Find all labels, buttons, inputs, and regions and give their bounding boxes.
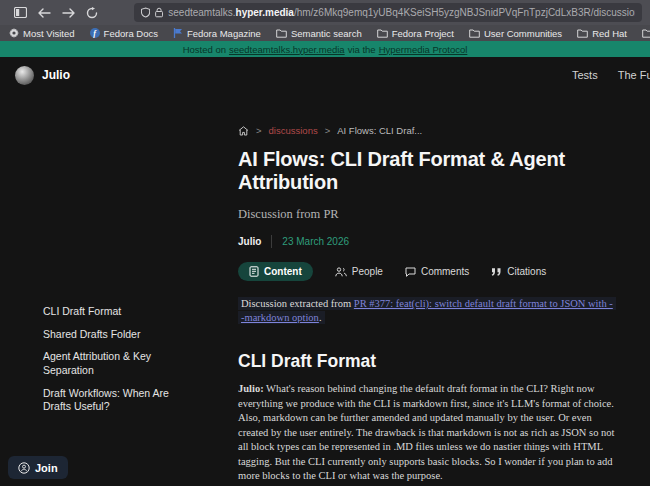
breadcrumb-current: AI Flows: CLI Draf... xyxy=(337,125,422,136)
bookmark-free-content[interactable]: Free Content xyxy=(642,28,650,39)
folder-icon xyxy=(642,29,650,38)
bookmark-label: Semantic search xyxy=(291,28,362,39)
nav-item-the-future[interactable]: The Futu xyxy=(618,69,650,81)
folder-icon xyxy=(377,29,388,38)
home-icon[interactable] xyxy=(238,126,249,136)
site-nav: Tests The Futu xyxy=(572,57,650,93)
bookmarks-bar: Most Visited f Fedora Docs Fedora Magazi… xyxy=(0,25,650,41)
banner-protocol-link[interactable]: Hypermedia Protocol xyxy=(379,44,468,55)
outline-sidebar: CLI Draft Format Shared Drafts Folder Ag… xyxy=(43,305,185,423)
tab-citations[interactable]: Citations xyxy=(491,266,546,277)
join-button[interactable]: Join xyxy=(8,456,68,479)
join-person-icon xyxy=(18,462,30,474)
browser-toolbar: seedteamtalks.hyper.media/hm/z6Mkq9emq1y… xyxy=(0,0,650,25)
folder-icon xyxy=(469,29,480,38)
outline-item-draft-workflows[interactable]: Draft Workflows: When Are Drafts Useful? xyxy=(43,387,185,414)
bookmark-label: Fedora Docs xyxy=(104,28,158,39)
outline-item-shared-drafts-folder[interactable]: Shared Drafts Folder xyxy=(43,328,185,342)
article: > discussions > AI Flows: CLI Draf... AI… xyxy=(238,93,616,484)
bookmark-fedora-project[interactable]: Fedora Project xyxy=(377,28,454,39)
bookmark-label: User Communities xyxy=(484,28,562,39)
section-heading: CLI Draft Format xyxy=(238,351,616,372)
body-author: Julio: xyxy=(238,383,264,394)
flag-icon xyxy=(173,28,183,38)
lock-icon[interactable] xyxy=(155,7,163,18)
bookmark-label: Red Hat xyxy=(592,28,627,39)
tab-comments[interactable]: Comments xyxy=(405,266,469,277)
intro-paragraph: Discussion extracted from PR #377: feat(… xyxy=(238,297,616,325)
bookmark-semantic-search[interactable]: Semantic search xyxy=(276,28,362,39)
citations-icon xyxy=(491,267,502,276)
bookmark-label: Most Visited xyxy=(23,28,75,39)
bookmark-label: Fedora Magazine xyxy=(187,28,261,39)
outline-item-agent-attribution[interactable]: Agent Attribution & Key Separation xyxy=(43,350,185,377)
people-icon xyxy=(335,267,347,277)
gear-icon xyxy=(9,28,19,38)
url-text: seedteamtalks.hyper.media/hm/z6Mkq9emq1y… xyxy=(168,7,635,18)
nav-item-tests[interactable]: Tests xyxy=(572,69,598,81)
outline-item-cli-draft-format[interactable]: CLI Draft Format xyxy=(43,305,185,319)
banner-middle: via the xyxy=(348,44,376,55)
breadcrumb-discussions[interactable]: discussions xyxy=(269,125,318,136)
bookmark-red-hat[interactable]: Red Hat xyxy=(577,28,627,39)
byline: Julio 23 March 2026 xyxy=(238,235,616,248)
site-name[interactable]: Julio xyxy=(42,68,70,82)
tab-people[interactable]: People xyxy=(335,266,383,277)
back-icon[interactable] xyxy=(32,3,56,23)
banner-site-link[interactable]: seedteamtalks.hyper.media xyxy=(229,44,345,55)
bookmark-most-visited[interactable]: Most Visited xyxy=(9,28,75,39)
hosted-banner: Hosted on seedteamtalks.hyper.media via … xyxy=(0,41,650,57)
folder-icon xyxy=(276,29,287,38)
bookmark-label: Fedora Project xyxy=(392,28,454,39)
bookmark-user-communities[interactable]: User Communities xyxy=(469,28,562,39)
content-icon xyxy=(249,266,259,277)
bookmark-fedora-magazine[interactable]: Fedora Magazine xyxy=(173,28,261,39)
byline-author[interactable]: Julio xyxy=(238,236,261,247)
folder-icon xyxy=(577,29,588,38)
comments-icon xyxy=(405,267,416,277)
shield-icon[interactable] xyxy=(141,7,150,18)
tab-bar: Content People Comments Citations xyxy=(238,262,616,281)
site-header: Julio Tests The Futu xyxy=(0,57,650,93)
sidebar-toggle-icon[interactable] xyxy=(8,3,32,23)
page-subtitle: Discussion from PR xyxy=(238,207,616,222)
body-paragraph: Julio: What's reason behind changing the… xyxy=(238,382,616,484)
bookmark-fedora-docs[interactable]: f Fedora Docs xyxy=(90,28,158,39)
banner-prefix: Hosted on xyxy=(183,44,226,55)
page-title: AI Flows: CLI Draft Format & Agent Attri… xyxy=(238,148,630,194)
byline-date: 23 March 2026 xyxy=(282,236,349,247)
url-bar[interactable]: seedteamtalks.hyper.media/hm/z6Mkq9emq1y… xyxy=(134,3,642,22)
avatar[interactable] xyxy=(15,66,34,85)
forward-icon[interactable] xyxy=(56,3,80,23)
reload-icon[interactable] xyxy=(80,3,104,23)
breadcrumb: > discussions > AI Flows: CLI Draf... xyxy=(238,125,616,136)
tab-content[interactable]: Content xyxy=(238,262,313,281)
page-body: Julio Tests The Futu CLI Draft Format Sh… xyxy=(0,57,650,486)
fedora-icon: f xyxy=(90,28,100,38)
